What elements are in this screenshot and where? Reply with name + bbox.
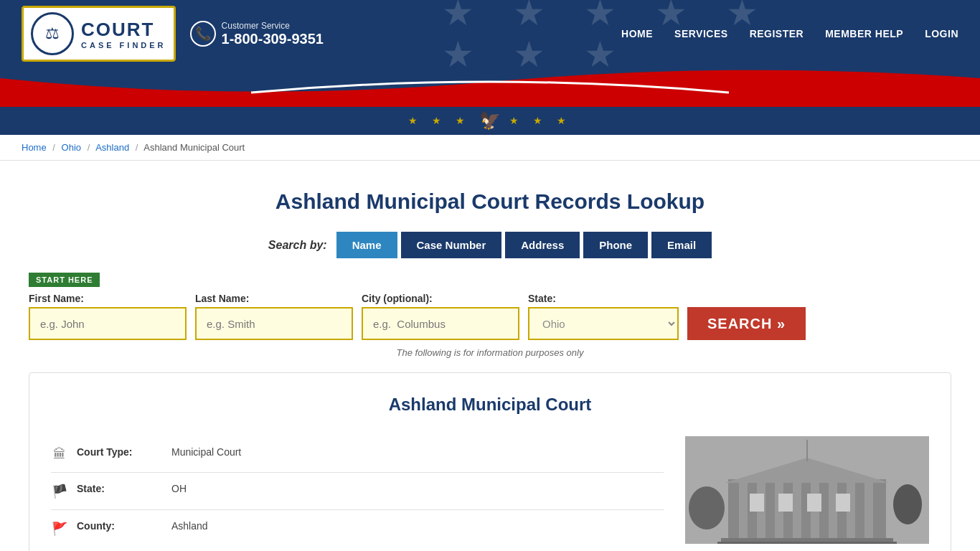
city-label: City (optional):: [362, 293, 519, 304]
eagle-icon: 🦅: [479, 110, 501, 131]
detail-row-state: 🏴 State: OH: [51, 473, 664, 510]
search-by-row: Search by: Name Case Number Address Phon…: [29, 232, 951, 258]
tab-email[interactable]: Email: [651, 232, 712, 258]
state-flag-icon: 🏴: [51, 484, 68, 499]
start-here-label: START HERE: [29, 273, 100, 287]
breadcrumb-ashland[interactable]: Ashland: [95, 142, 129, 153]
last-name-group: Last Name:: [195, 293, 353, 340]
search-by-label: Search by:: [268, 239, 327, 252]
svg-rect-5: [793, 483, 801, 540]
last-name-input[interactable]: [195, 307, 353, 340]
tab-address[interactable]: Address: [505, 232, 580, 258]
nav-register[interactable]: REGISTER: [750, 28, 804, 39]
phone-number: 1-800-309-9351: [222, 31, 324, 47]
county-label: County:: [77, 520, 163, 532]
svg-rect-15: [807, 494, 821, 512]
breadcrumb-home[interactable]: Home: [22, 142, 47, 153]
state-value-detail: OH: [171, 483, 187, 494]
breadcrumb-sep-1: /: [52, 142, 55, 153]
svg-rect-11: [721, 538, 893, 542]
court-info-box: Ashland Municipal Court 🏛 Court Type: Mu…: [29, 372, 951, 551]
svg-point-19: [893, 484, 922, 524]
svg-rect-13: [750, 494, 764, 512]
tab-name[interactable]: Name: [336, 232, 397, 258]
state-label: State:: [528, 293, 679, 304]
logo-box: ⚖ COURT CASE FINDER: [22, 6, 176, 62]
court-info-title: Ashland Municipal Court: [51, 395, 929, 415]
logo-court-label: COURT: [81, 19, 166, 41]
logo-casefinder-label: CASE FINDER: [81, 41, 166, 50]
phone-details: Customer Service 1-800-309-9351: [222, 21, 324, 47]
wave-svg: [0, 67, 980, 107]
last-name-label: Last Name:: [195, 293, 353, 304]
nav-login[interactable]: LOGIN: [925, 28, 958, 39]
county-flag-icon: 🚩: [51, 521, 68, 537]
courthouse-image: [685, 436, 929, 544]
court-type-value: Municipal Court: [171, 446, 241, 458]
logo-text: COURT CASE FINDER: [81, 19, 166, 50]
state-group: State: AlabamaAlaskaArizonaArkansasCalif…: [528, 293, 679, 340]
court-details: 🏛 Court Type: Municipal Court 🏴 State: O…: [51, 436, 664, 547]
court-photo: [685, 436, 929, 544]
stars-left: ★ ★ ★: [408, 115, 471, 126]
city-input[interactable]: [362, 307, 519, 340]
start-here-badge: START HERE: [29, 273, 951, 293]
breadcrumb-sep-3: /: [136, 142, 138, 153]
nav-home[interactable]: HOME: [621, 28, 653, 39]
city-group: City (optional):: [362, 293, 519, 340]
breadcrumb-sep-2: /: [88, 142, 90, 153]
stars-right: ★ ★ ★: [509, 115, 572, 126]
breadcrumb-ohio[interactable]: Ohio: [62, 142, 81, 153]
first-name-group: First Name:: [29, 293, 187, 340]
breadcrumb: Home / Ohio / Ashland / Ashland Municipa…: [0, 135, 980, 161]
tab-case-number[interactable]: Case Number: [401, 232, 502, 258]
page-title: Ashland Municipal Court Records Lookup: [29, 189, 951, 214]
main-nav: HOME SERVICES REGISTER MEMBER HELP LOGIN: [621, 28, 958, 39]
ribbon-area: [0, 67, 980, 109]
breadcrumb-current: Ashland Municipal Court: [143, 142, 245, 153]
logo-icon: ⚖: [31, 12, 74, 55]
detail-row-court-type: 🏛 Court Type: Municipal Court: [51, 436, 664, 473]
svg-rect-14: [778, 494, 793, 512]
court-type-icon: 🏛: [51, 447, 68, 462]
first-name-input[interactable]: [29, 307, 187, 340]
nav-member-help[interactable]: MEMBER HELP: [825, 28, 903, 39]
main-content: Ashland Municipal Court Records Lookup S…: [0, 161, 980, 551]
detail-row-county: 🚩 County: Ashland: [51, 510, 664, 547]
customer-service-label: Customer Service: [222, 21, 324, 31]
state-label-detail: State:: [77, 483, 163, 494]
svg-rect-16: [836, 494, 850, 512]
county-value: Ashland: [171, 520, 208, 532]
phone-icon: 📞: [190, 21, 216, 47]
header-phone-info: 📞 Customer Service 1-800-309-9351: [190, 21, 324, 47]
search-button[interactable]: SEARCH »: [687, 307, 806, 340]
header-left: ⚖ COURT CASE FINDER 📞 Customer Service 1…: [22, 6, 324, 62]
eagle-banner: ★ ★ ★ 🦅 ★ ★ ★: [0, 109, 980, 135]
state-select[interactable]: AlabamaAlaskaArizonaArkansasCaliforniaCo…: [528, 307, 679, 340]
svg-rect-12: [717, 542, 897, 544]
court-info-content: 🏛 Court Type: Municipal Court 🏴 State: O…: [51, 436, 929, 547]
tab-phone[interactable]: Phone: [583, 232, 648, 258]
svg-rect-2: [739, 483, 748, 540]
nav-services[interactable]: SERVICES: [674, 28, 728, 39]
site-header: ★ ★ ★ ★ ★ ★ ★ ★ ⚖ COURT CASE FINDER 📞 Cu…: [0, 0, 980, 67]
svg-point-18: [689, 486, 725, 529]
court-type-label: Court Type:: [77, 446, 163, 458]
svg-rect-9: [864, 483, 873, 540]
info-note: The following is for information purpose…: [29, 347, 951, 358]
first-name-label: First Name:: [29, 293, 187, 304]
search-form: First Name: Last Name: City (optional): …: [29, 293, 951, 340]
